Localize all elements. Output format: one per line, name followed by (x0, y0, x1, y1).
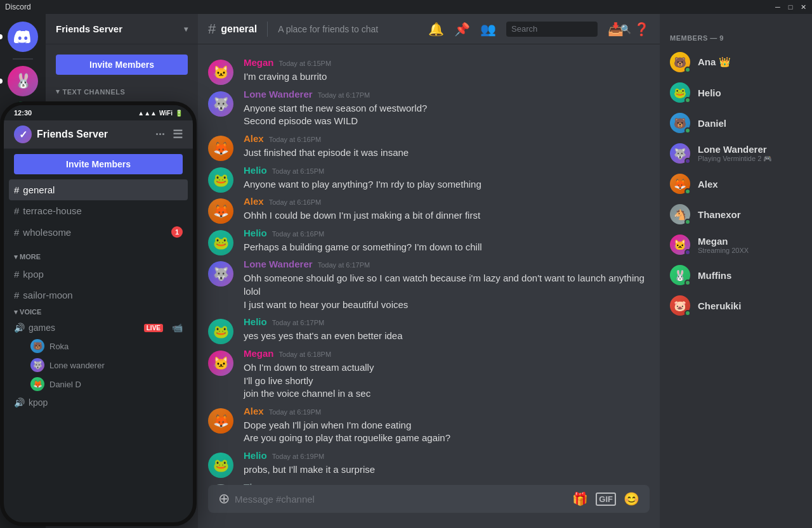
avatar-helio-4[interactable]: 🐸 (208, 453, 233, 478)
message-input[interactable] (235, 494, 567, 505)
phone-voice-kpop[interactable]: 🔊 kpop (4, 394, 193, 411)
member-item-muffins[interactable]: 🐰 Muffins (665, 260, 807, 290)
message-group-lone-1: 🐺 Lone Wanderer Today at 6:17PM Anyone s… (198, 86, 660, 131)
phone-channel-kpop[interactable]: # kpop (4, 264, 193, 285)
member-substatus-lone: Playing Vermintide 2 🎮 (698, 155, 772, 163)
members-icon[interactable]: 👥 (480, 22, 496, 37)
help-icon[interactable]: ❓ (634, 22, 650, 37)
avatar-megan-2[interactable]: 🐱 (208, 351, 233, 376)
pin-icon[interactable]: 📌 (454, 22, 470, 37)
message-author-helio-3[interactable]: Helio (244, 316, 267, 327)
phone-voice-member-lone[interactable]: 🐺 Lone wanderer (4, 356, 193, 375)
members-category-title: MEMBERS — 9 (665, 24, 807, 44)
avatar-alex-3[interactable]: 🦊 (208, 408, 233, 434)
message-time-thanexor: Today at 6:19PM (292, 484, 344, 485)
member-item-megan[interactable]: 🐱 Megan Streaming 20XX (665, 229, 807, 260)
phone-channel-terrace[interactable]: # terrace-house (4, 200, 193, 221)
invite-section: Invite Members (46, 49, 198, 77)
message-author-helio[interactable]: Helio (244, 165, 267, 176)
content-area: # general A place for friends to chat 🔔 … (198, 14, 812, 528)
server-header[interactable]: Friends Server ▾ (46, 14, 198, 44)
message-header-alex: Alex Today at 6:16PM (244, 133, 650, 144)
message-time-helio: Today at 6:15PM (272, 167, 325, 175)
avatar-helio-2[interactable]: 🐸 (208, 230, 233, 255)
avatar-megan[interactable]: 🐱 (208, 60, 233, 85)
phone-badge-wholesome: 1 (171, 226, 183, 238)
close-button[interactable]: ✕ (799, 3, 807, 11)
main-content: # general A place for friends to chat 🔔 … (198, 14, 660, 528)
maximize-button[interactable]: □ (787, 3, 794, 11)
message-header: Megan Today at 6:15PM (244, 57, 650, 68)
avatar-lone-2[interactable]: 🐺 (208, 261, 233, 287)
search-input[interactable] (511, 24, 618, 34)
gif-icon[interactable]: GIF (596, 493, 616, 506)
phone-signal-icon: ▲▲▲ (138, 110, 157, 117)
phone-member-avatar-lone: 🐺 (30, 358, 44, 372)
message-author-alex[interactable]: Alex (244, 133, 264, 144)
member-item-alex[interactable]: 🦊 Alex (665, 169, 807, 199)
member-item-ana[interactable]: 🐻 Ana 👑 (665, 47, 807, 77)
member-item-thanexor[interactable]: 🐴 Thanexor (665, 199, 807, 229)
phone-voice-member-roka[interactable]: 🐻 Roka (4, 337, 193, 356)
message-header-helio-4: Helio Today at 6:19PM (244, 450, 650, 461)
phone-server-name: Friends Server (37, 129, 108, 140)
search-box: 🔍 (506, 22, 598, 37)
gift-icon[interactable]: 🎁 (572, 491, 588, 506)
phone-voice-section: ▾ VOICE (4, 306, 193, 319)
message-author-megan-2[interactable]: Megan (244, 348, 274, 359)
message-author-megan[interactable]: Megan (244, 57, 274, 68)
message-group-thanexor: 🐴 Thanexor Today at 6:19PM Oh I'm deff w… (198, 479, 660, 485)
phone-voice-member-daniel[interactable]: 🦊 Daniel D (4, 375, 193, 394)
message-author-lone[interactable]: Lone Wanderer (244, 89, 313, 100)
titlebar: Discord ─ □ ✕ (0, 0, 812, 14)
phone-hamburger-icon[interactable]: ☰ (173, 127, 183, 141)
message-author-thanexor[interactable]: Thanexor (244, 482, 287, 485)
phone-hash-icon-2: # (14, 205, 19, 216)
message-author-helio-4[interactable]: Helio (244, 450, 267, 461)
message-group-helio-3: 🐸 Helio Today at 6:17PM yes yes yes that… (198, 314, 660, 345)
phone-status-icons: ▲▲▲ WiFi 🔋 (138, 110, 183, 117)
notification-bell-icon[interactable]: 🔔 (428, 22, 444, 37)
invite-members-button[interactable]: Invite Members (56, 55, 188, 75)
server-divider (13, 58, 33, 60)
avatar-helio[interactable]: 🐸 (208, 167, 233, 193)
message-content-helio-1: Anyone want to play anything? I'm rdy to… (244, 178, 650, 191)
phone-overlay: 12:30 ▲▲▲ WiFi 🔋 ✓ Friends Server ··· ☰ … (0, 101, 197, 526)
message-author-helio-2[interactable]: Helio (244, 228, 267, 238)
avatar-lone-wanderer[interactable]: 🐺 (208, 91, 233, 117)
phone-more-icon[interactable]: ··· (155, 128, 165, 141)
message-content-megan-2: I'll go live shortly (244, 375, 650, 388)
member-item-daniel[interactable]: 🐻 Daniel (665, 108, 807, 138)
phone-channel-sailor-moon[interactable]: # sailor-moon (4, 285, 193, 306)
server-icon-bunny[interactable]: 🐰 (8, 66, 38, 96)
phone-channel-wholesome[interactable]: # wholesome 1 (4, 221, 193, 243)
minimize-button[interactable]: ─ (774, 3, 782, 11)
message-time-megan-2: Today at 6:18PM (279, 351, 332, 358)
avatar-helio-3[interactable]: 🐸 (208, 319, 233, 344)
avatar-alex-2[interactable]: 🦊 (208, 198, 233, 224)
add-attachment-button[interactable]: ⊕ (218, 491, 230, 507)
server-icon-home[interactable] (8, 22, 38, 52)
status-dot-thanexor (684, 219, 691, 225)
message-author-alex-3[interactable]: Alex (244, 406, 264, 416)
emoji-icon[interactable]: 😊 (624, 491, 639, 506)
avatar-alex[interactable]: 🦊 (208, 136, 233, 161)
avatar-thanexor[interactable]: 🐴 (208, 484, 233, 485)
phone-server-header: ✓ Friends Server ··· ☰ (4, 120, 193, 149)
member-item-lone-wanderer[interactable]: 🐺 Lone Wanderer Playing Vermintide 2 🎮 (665, 138, 807, 169)
phone-hash-icon-3: # (14, 227, 19, 238)
phone-invite-button[interactable]: Invite Members (14, 154, 183, 174)
message-author-alex-2[interactable]: Alex (244, 196, 264, 207)
phone-category-more[interactable]: ▾ MORE (4, 243, 193, 264)
member-avatar-muffins: 🐰 (670, 265, 690, 285)
member-item-helio[interactable]: 🐸 Helio (665, 77, 807, 108)
member-item-cherukiki[interactable]: 🐷 Cherukiki (665, 290, 807, 321)
phone-channel-general[interactable]: # general (9, 179, 188, 200)
phone-battery-icon: 🔋 (175, 110, 183, 117)
phone-voice-games[interactable]: 🔊 games LIVE 📹 (4, 319, 193, 337)
message-group-lone-2: 🐺 Lone Wanderer Today at 6:17PM Ohh some… (198, 256, 660, 314)
message-group-helio-1: 🐸 Helio Today at 6:15PM Anyone want to p… (198, 162, 660, 194)
inbox-icon[interactable]: 📥 (608, 22, 624, 37)
category-text-channels[interactable]: ▾ Text Channels (46, 77, 198, 98)
message-author-lone-2[interactable]: Lone Wanderer (244, 259, 313, 269)
